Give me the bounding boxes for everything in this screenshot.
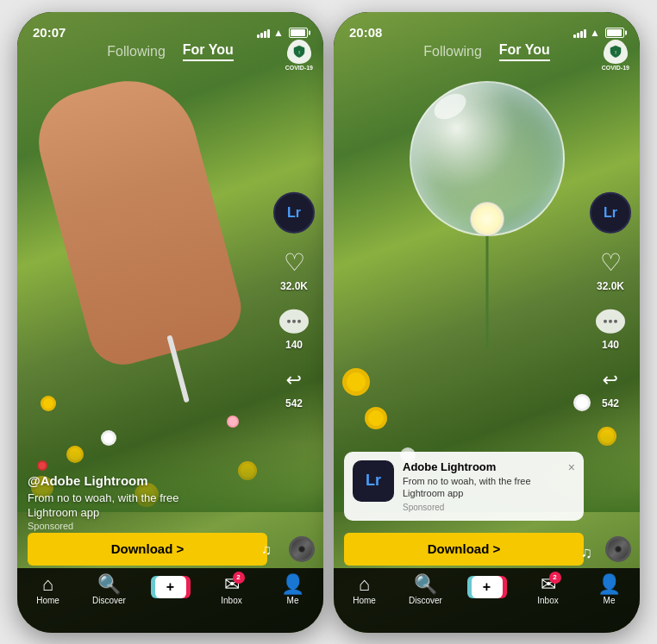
left-username: @Adobe Lightroom	[28, 473, 267, 488]
r-flower-1	[347, 372, 366, 391]
right-nav-me[interactable]: 👤 Me	[579, 575, 640, 605]
left-lr-badge[interactable]: Lr	[273, 191, 315, 233]
left-nav-add[interactable]: +	[140, 575, 201, 599]
right-ad-info: Adobe Lightroom From no to woah, with th…	[403, 460, 560, 512]
left-inbox-label: Inbox	[221, 596, 241, 605]
right-download-btn[interactable]: Download >	[344, 533, 584, 566]
left-lr-label: Lr	[287, 204, 301, 220]
right-for-you-tab[interactable]: For You	[499, 42, 550, 61]
left-like-count: 32.0K	[280, 279, 308, 291]
right-search-icon: 🔍	[414, 575, 437, 594]
left-for-you-tab[interactable]: For You	[183, 42, 234, 61]
left-nav-me[interactable]: 👤 Me	[262, 575, 323, 605]
right-like-btn[interactable]: ♡ 32.0K	[595, 247, 626, 291]
left-covid-badge[interactable]: ! COVID-19	[285, 40, 313, 71]
right-lr-badge[interactable]: Lr	[590, 191, 631, 233]
left-bottom-bar: ⌂ Home 🔍 Discover +	[17, 568, 323, 633]
right-add-btn: +	[469, 575, 505, 599]
left-sponsored: Sponsored	[28, 521, 267, 531]
right-signal-icon	[573, 28, 586, 38]
right-home-icon: ⌂	[359, 575, 370, 594]
left-description2: Lightroom app	[28, 506, 267, 519]
right-nav-inbox[interactable]: ✉ 2 Inbox	[517, 575, 579, 605]
left-status-bar: 20:07 ▲	[17, 12, 323, 47]
right-like-count: 32.0K	[597, 279, 624, 291]
right-covid-text: COVID-19	[602, 65, 629, 71]
left-share-icon: ↪	[278, 364, 310, 395]
left-download-text: Download >	[111, 541, 185, 556]
r-flower-2	[368, 410, 384, 426]
left-inbox-badge-container: ✉ 2	[224, 575, 240, 594]
left-heart-icon: ♡	[278, 247, 310, 278]
right-bottom-bar: ⌂ Home 🔍 Discover +	[334, 568, 640, 633]
right-ad-lr-text: Lr	[366, 472, 381, 490]
right-add-plus-icon: +	[483, 579, 491, 595]
left-download-btn[interactable]: Download >	[28, 533, 267, 566]
phones-container: 20:07 ▲ Following For You	[17, 12, 640, 633]
right-screen: 20:08 ▲ Following For You	[334, 12, 640, 633]
right-inbox-badge-container: ✉ 2	[541, 575, 556, 594]
left-nav-discover[interactable]: 🔍 Discover	[78, 575, 140, 605]
left-discover-label: Discover	[92, 596, 126, 605]
right-me-label: Me	[604, 596, 616, 605]
right-home-label: Home	[353, 596, 376, 605]
left-nav-inbox[interactable]: ✉ 2 Inbox	[201, 575, 262, 605]
right-music-note: ♫	[581, 544, 593, 562]
right-inbox-label: Inbox	[537, 596, 558, 605]
right-nav-discover[interactable]: 🔍 Discover	[395, 575, 456, 605]
right-comment-icon	[595, 305, 626, 336]
left-add-btn: +	[153, 575, 189, 599]
right-share-icon: ↪	[595, 364, 626, 395]
right-heart-icon: ♡	[595, 247, 626, 278]
left-music-disc	[289, 536, 315, 562]
left-person-icon: 👤	[281, 575, 304, 594]
left-add-plus-icon: +	[166, 579, 174, 595]
left-following-tab[interactable]: Following	[107, 44, 166, 59]
right-following-tab[interactable]: Following	[423, 44, 482, 59]
right-ad-app-icon: Lr	[353, 460, 394, 502]
right-share-btn[interactable]: ↪ 542	[595, 364, 626, 409]
left-screen: 20:07 ▲ Following For You	[17, 12, 323, 633]
right-comment-count: 140	[602, 338, 619, 350]
flower-5	[228, 417, 237, 426]
left-time: 20:07	[33, 25, 66, 40]
right-status-bar: 20:08 ▲	[334, 12, 640, 47]
right-covid-badge[interactable]: ! COVID-19	[602, 40, 629, 71]
left-share-count: 542	[285, 397, 303, 409]
hand-element	[28, 66, 249, 372]
right-nav-add[interactable]: +	[456, 575, 517, 599]
right-ad-title: Adobe Lightroom	[403, 460, 560, 473]
dandelion-head	[470, 202, 504, 236]
right-ad-desc: From no to woah, with the free Lightroom…	[403, 475, 560, 500]
flower-4	[103, 433, 114, 443]
dandelion-stem	[485, 219, 488, 348]
right-phone: 20:08 ▲ Following For You	[334, 12, 640, 633]
right-comment-btn[interactable]: 140	[595, 305, 626, 350]
right-ad-card: Lr Adobe Lightroom From no to woah, with…	[344, 452, 584, 521]
left-phone: 20:07 ▲ Following For You	[17, 12, 323, 633]
right-shield-icon: !	[604, 40, 628, 64]
left-shield-icon: !	[287, 40, 311, 64]
right-action-buttons: Lr ♡ 32.0K 140	[590, 191, 631, 409]
signal-icon	[257, 28, 270, 38]
left-like-btn[interactable]: ♡ 32.0K	[278, 247, 310, 291]
left-action-buttons: Lr ♡ 32.0K 140	[273, 191, 315, 409]
right-share-count: 542	[602, 397, 619, 409]
left-status-icons: ▲	[257, 27, 308, 39]
right-ad-sponsored: Sponsored	[403, 503, 560, 512]
right-music-disc	[605, 536, 631, 562]
right-battery-icon	[605, 28, 624, 38]
battery-icon	[289, 28, 308, 38]
right-download-text: Download >	[428, 541, 501, 556]
left-home-label: Home	[36, 596, 59, 605]
left-comment-btn[interactable]: 140	[278, 305, 310, 350]
left-share-btn[interactable]: ↪ 542	[278, 364, 310, 409]
right-nav-home[interactable]: ⌂ Home	[334, 575, 395, 605]
left-nav-tabs: Following For You	[17, 42, 323, 61]
right-inbox-badge: 2	[549, 572, 561, 584]
left-comment-icon	[278, 305, 310, 336]
left-inbox-badge: 2	[233, 572, 245, 584]
right-ad-close-btn[interactable]: ×	[568, 460, 575, 474]
left-nav-home[interactable]: ⌂ Home	[17, 575, 78, 605]
red-flower	[39, 462, 46, 469]
